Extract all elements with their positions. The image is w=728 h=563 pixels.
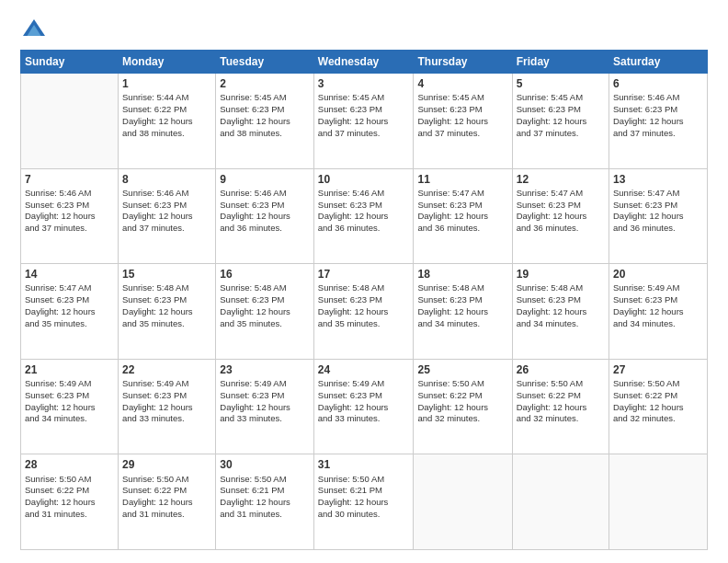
calendar-cell: 29Sunrise: 5:50 AM Sunset: 6:22 PM Dayli… [119, 454, 216, 550]
day-info: Sunrise: 5:49 AM Sunset: 6:23 PM Dayligh… [220, 378, 310, 425]
calendar-cell: 27Sunrise: 5:50 AM Sunset: 6:22 PM Dayli… [609, 359, 708, 454]
day-number: 15 [122, 267, 211, 282]
week-row-4: 21Sunrise: 5:49 AM Sunset: 6:23 PM Dayli… [21, 359, 708, 454]
day-info: Sunrise: 5:50 AM Sunset: 6:22 PM Dayligh… [517, 378, 605, 425]
day-info: Sunrise: 5:44 AM Sunset: 6:22 PM Dayligh… [122, 92, 211, 139]
calendar-cell: 14Sunrise: 5:47 AM Sunset: 6:23 PM Dayli… [21, 264, 119, 360]
day-number: 11 [417, 172, 507, 187]
day-info: Sunrise: 5:50 AM Sunset: 6:22 PM Dayligh… [417, 378, 507, 425]
calendar-cell: 31Sunrise: 5:50 AM Sunset: 6:21 PM Dayli… [313, 454, 414, 550]
calendar-cell: 20Sunrise: 5:49 AM Sunset: 6:23 PM Dayli… [609, 264, 708, 360]
day-info: Sunrise: 5:49 AM Sunset: 6:23 PM Dayligh… [318, 378, 410, 425]
calendar-cell: 6Sunrise: 5:46 AM Sunset: 6:23 PM Daylig… [609, 74, 708, 169]
logo [20, 17, 51, 44]
calendar-cell: 1Sunrise: 5:44 AM Sunset: 6:22 PM Daylig… [119, 74, 216, 169]
day-info: Sunrise: 5:45 AM Sunset: 6:23 PM Dayligh… [318, 92, 410, 139]
day-number: 19 [517, 267, 605, 282]
day-number: 7 [25, 172, 114, 187]
day-number: 12 [517, 172, 605, 187]
calendar-table: SundayMondayTuesdayWednesdayThursdayFrid… [20, 50, 708, 550]
day-info: Sunrise: 5:49 AM Sunset: 6:23 PM Dayligh… [122, 378, 211, 425]
day-number: 25 [417, 362, 507, 377]
day-info: Sunrise: 5:50 AM Sunset: 6:22 PM Dayligh… [122, 474, 211, 521]
calendar-cell: 15Sunrise: 5:48 AM Sunset: 6:23 PM Dayli… [119, 264, 216, 360]
day-info: Sunrise: 5:49 AM Sunset: 6:23 PM Dayligh… [613, 282, 703, 329]
day-number: 4 [417, 76, 507, 91]
day-number: 17 [318, 267, 410, 282]
day-info: Sunrise: 5:47 AM Sunset: 6:23 PM Dayligh… [25, 282, 114, 329]
day-info: Sunrise: 5:48 AM Sunset: 6:23 PM Dayligh… [517, 282, 605, 329]
calendar-cell [512, 454, 609, 550]
day-number: 8 [122, 172, 211, 187]
calendar-cell: 24Sunrise: 5:49 AM Sunset: 6:23 PM Dayli… [313, 359, 414, 454]
calendar-cell [414, 454, 512, 550]
day-number: 26 [517, 362, 605, 377]
calendar-cell: 3Sunrise: 5:45 AM Sunset: 6:23 PM Daylig… [313, 74, 414, 169]
day-number: 1 [122, 76, 211, 91]
weekday-header-monday: Monday [119, 51, 216, 74]
day-number: 23 [220, 362, 310, 377]
weekday-header-friday: Friday [512, 51, 609, 74]
day-info: Sunrise: 5:46 AM Sunset: 6:23 PM Dayligh… [318, 188, 410, 235]
calendar-cell: 13Sunrise: 5:47 AM Sunset: 6:23 PM Dayli… [609, 168, 708, 264]
weekday-header-sunday: Sunday [21, 51, 119, 74]
week-row-1: 1Sunrise: 5:44 AM Sunset: 6:22 PM Daylig… [21, 74, 708, 169]
day-info: Sunrise: 5:49 AM Sunset: 6:23 PM Dayligh… [25, 378, 114, 425]
weekday-header-saturday: Saturday [609, 51, 708, 74]
day-info: Sunrise: 5:47 AM Sunset: 6:23 PM Dayligh… [417, 188, 507, 235]
day-number: 29 [122, 457, 211, 472]
calendar-cell: 22Sunrise: 5:49 AM Sunset: 6:23 PM Dayli… [119, 359, 216, 454]
day-info: Sunrise: 5:48 AM Sunset: 6:23 PM Dayligh… [318, 282, 410, 329]
calendar-cell: 23Sunrise: 5:49 AM Sunset: 6:23 PM Dayli… [216, 359, 314, 454]
day-number: 13 [613, 172, 703, 187]
day-info: Sunrise: 5:50 AM Sunset: 6:21 PM Dayligh… [220, 474, 310, 521]
calendar-cell: 11Sunrise: 5:47 AM Sunset: 6:23 PM Dayli… [414, 168, 512, 264]
day-number: 10 [318, 172, 410, 187]
calendar-cell: 17Sunrise: 5:48 AM Sunset: 6:23 PM Dayli… [313, 264, 414, 360]
day-number: 3 [318, 76, 410, 91]
page: SundayMondayTuesdayWednesdayThursdayFrid… [0, 0, 728, 563]
day-number: 22 [122, 362, 211, 377]
day-info: Sunrise: 5:48 AM Sunset: 6:23 PM Dayligh… [417, 282, 507, 329]
day-number: 28 [25, 457, 114, 472]
day-info: Sunrise: 5:45 AM Sunset: 6:23 PM Dayligh… [517, 92, 605, 139]
week-row-5: 28Sunrise: 5:50 AM Sunset: 6:22 PM Dayli… [21, 454, 708, 550]
calendar-cell: 21Sunrise: 5:49 AM Sunset: 6:23 PM Dayli… [21, 359, 119, 454]
day-number: 30 [220, 457, 310, 472]
logo-icon [20, 17, 48, 44]
week-row-2: 7Sunrise: 5:46 AM Sunset: 6:23 PM Daylig… [21, 168, 708, 264]
calendar-cell [609, 454, 708, 550]
day-info: Sunrise: 5:46 AM Sunset: 6:23 PM Dayligh… [122, 188, 211, 235]
calendar-cell: 5Sunrise: 5:45 AM Sunset: 6:23 PM Daylig… [512, 74, 609, 169]
day-number: 16 [220, 267, 310, 282]
calendar-cell [21, 74, 119, 169]
day-number: 21 [25, 362, 114, 377]
calendar-cell: 16Sunrise: 5:48 AM Sunset: 6:23 PM Dayli… [216, 264, 314, 360]
calendar-cell: 26Sunrise: 5:50 AM Sunset: 6:22 PM Dayli… [512, 359, 609, 454]
day-number: 5 [517, 76, 605, 91]
day-number: 20 [613, 267, 703, 282]
day-number: 18 [417, 267, 507, 282]
day-number: 14 [25, 267, 114, 282]
calendar-cell: 28Sunrise: 5:50 AM Sunset: 6:22 PM Dayli… [21, 454, 119, 550]
calendar-cell: 7Sunrise: 5:46 AM Sunset: 6:23 PM Daylig… [21, 168, 119, 264]
day-number: 9 [220, 172, 310, 187]
day-info: Sunrise: 5:45 AM Sunset: 6:23 PM Dayligh… [220, 92, 310, 139]
day-info: Sunrise: 5:50 AM Sunset: 6:22 PM Dayligh… [25, 474, 114, 521]
day-info: Sunrise: 5:46 AM Sunset: 6:23 PM Dayligh… [25, 188, 114, 235]
weekday-header-thursday: Thursday [414, 51, 512, 74]
day-info: Sunrise: 5:48 AM Sunset: 6:23 PM Dayligh… [220, 282, 310, 329]
day-number: 2 [220, 76, 310, 91]
day-info: Sunrise: 5:47 AM Sunset: 6:23 PM Dayligh… [613, 188, 703, 235]
calendar-cell: 25Sunrise: 5:50 AM Sunset: 6:22 PM Dayli… [414, 359, 512, 454]
calendar-cell: 19Sunrise: 5:48 AM Sunset: 6:23 PM Dayli… [512, 264, 609, 360]
day-number: 24 [318, 362, 410, 377]
header [20, 17, 708, 44]
weekday-header-tuesday: Tuesday [216, 51, 314, 74]
day-info: Sunrise: 5:46 AM Sunset: 6:23 PM Dayligh… [220, 188, 310, 235]
calendar-cell: 30Sunrise: 5:50 AM Sunset: 6:21 PM Dayli… [216, 454, 314, 550]
day-info: Sunrise: 5:47 AM Sunset: 6:23 PM Dayligh… [517, 188, 605, 235]
calendar-cell: 4Sunrise: 5:45 AM Sunset: 6:23 PM Daylig… [414, 74, 512, 169]
day-info: Sunrise: 5:48 AM Sunset: 6:23 PM Dayligh… [122, 282, 211, 329]
calendar-cell: 10Sunrise: 5:46 AM Sunset: 6:23 PM Dayli… [313, 168, 414, 264]
